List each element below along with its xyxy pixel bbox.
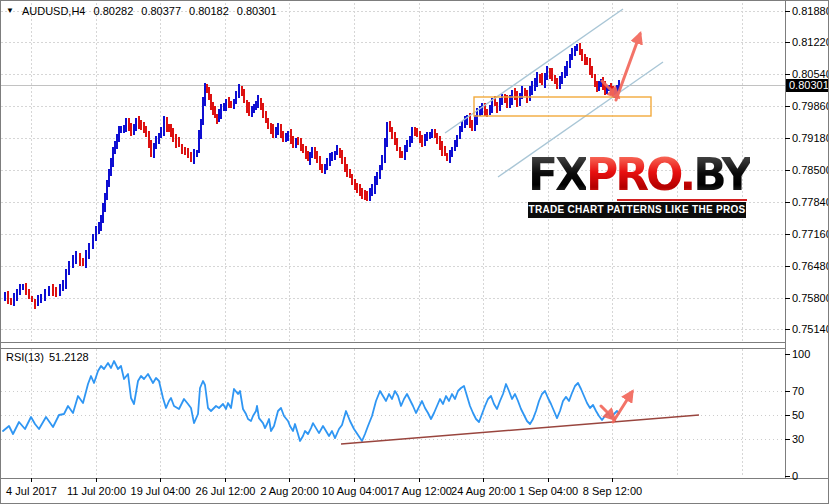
- rsi-pullback-arrow[interactable]: [601, 406, 614, 419]
- chart-header: ▼ AUDUSD,H4 0.80282 0.80377 0.80182 0.80…: [6, 5, 277, 17]
- price-axis-label: 0.78500: [792, 164, 829, 176]
- ohlc-high: 0.80377: [141, 5, 181, 17]
- watermark-tagline: TRADE CHART PATTERNS LIKE THE PROS: [528, 202, 746, 218]
- price-axis-label: 0.76480: [792, 260, 829, 272]
- price-breakout-arrow[interactable]: [616, 34, 640, 100]
- rsi-axis-label: 50: [792, 409, 804, 421]
- price-axis-label: 0.79860: [792, 100, 829, 112]
- axis-ticks: [32, 12, 791, 483]
- watermark-pro: PRO.: [586, 149, 693, 200]
- price-axis-label: 0.81880: [792, 5, 829, 17]
- current-price-tag: 0.80301: [786, 79, 829, 92]
- rsi-indicator-label: RSI(13) 51.2128: [6, 351, 89, 363]
- ohlc-close: 0.80301: [237, 5, 277, 17]
- chart-window: ▼ AUDUSD,H4 0.80282 0.80377 0.80182 0.80…: [0, 0, 829, 504]
- trend-channel-line-upper[interactable]: [445, 9, 623, 133]
- price-axis-label: 0.75140: [792, 323, 829, 335]
- rsi-axis-label: 70: [792, 385, 804, 397]
- rsi-name: RSI(13): [6, 351, 44, 363]
- time-axis-label: 26 Jul 12:00: [196, 485, 256, 497]
- rsi-axis-label: 100: [792, 348, 810, 360]
- watermark-logo: FXPRO.BY TRADE CHART PATTERNS LIKE THE P…: [528, 152, 750, 218]
- symbol-dropdown-icon[interactable]: ▼: [6, 6, 14, 16]
- time-axis-label: 24 Aug 20:00: [451, 485, 516, 497]
- time-axis-label: 10 Aug 04:00: [322, 485, 387, 497]
- rsi-axis-label: 30: [792, 433, 804, 445]
- price-axis-label: 0.81220: [792, 36, 829, 48]
- time-axis-label: 17 Aug 12:00: [387, 485, 452, 497]
- watermark-red-rule: [617, 199, 747, 201]
- time-axis-label: 8 Sep 12:00: [583, 485, 642, 497]
- time-axis-label: 4 Jul 2017: [6, 485, 57, 497]
- price-axis-label: 0.77160: [792, 228, 829, 240]
- price-axis-label: 0.77840: [792, 196, 829, 208]
- rsi-breakout-arrow[interactable]: [613, 392, 632, 422]
- watermark-fx: FX: [528, 149, 586, 200]
- ohlc-open: 0.80282: [94, 5, 134, 17]
- pane-borders: [1, 1, 829, 479]
- rsi-value: 51.2128: [49, 351, 89, 363]
- time-axis-label: 1 Sep 04:00: [519, 485, 578, 497]
- watermark-title: FXPRO.BY: [528, 152, 750, 198]
- price-axis-label: 0.75800: [792, 292, 829, 304]
- price-axis-label: 0.79180: [792, 132, 829, 144]
- time-axis-label: 11 Jul 20:00: [67, 485, 126, 497]
- watermark-by: BY: [693, 149, 750, 200]
- rsi-axis-label: 0: [792, 470, 798, 482]
- time-axis-label: 19 Jul 04:00: [131, 485, 191, 497]
- time-axis-label: 2 Aug 20:00: [260, 485, 319, 497]
- gridlines: [1, 3, 785, 477]
- chart-canvas[interactable]: [1, 1, 829, 504]
- ohlc-low: 0.80182: [189, 5, 229, 17]
- symbol-timeframe-label: AUDUSD,H4: [22, 5, 86, 17]
